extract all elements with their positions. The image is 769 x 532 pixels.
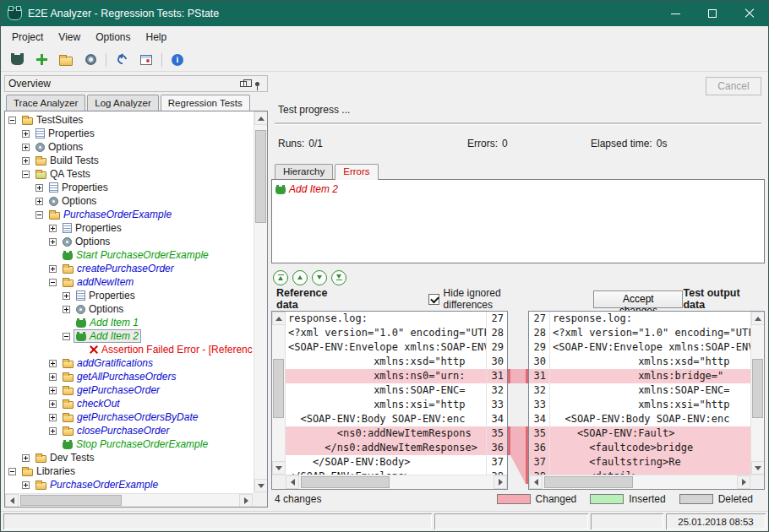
tree-item[interactable]: getPurchaseOrder <box>7 383 253 397</box>
tab-hierarchy[interactable]: Hierarchy <box>275 164 333 179</box>
diff-line[interactable]: <?xml version="1.0" encoding="UTF-28 <box>286 326 507 340</box>
expander-plus-icon[interactable] <box>49 387 57 394</box>
menu-project[interactable]: Project <box>4 28 51 46</box>
tree-item[interactable]: checkOut <box>7 397 253 410</box>
scroll-down-button[interactable] <box>751 461 765 475</box>
expander-minus-icon[interactable] <box>63 333 70 340</box>
scroll-right-button[interactable] <box>494 475 507 489</box>
expander-plus-icon[interactable] <box>49 225 57 232</box>
tree-item[interactable]: Properties <box>7 181 253 194</box>
expander-minus-icon[interactable] <box>35 211 43 219</box>
next-change-button[interactable] <box>312 270 327 285</box>
scroll-left-button[interactable] <box>529 475 543 489</box>
undo-button[interactable] <box>112 51 131 69</box>
tree-item[interactable]: Stop PurchaseOrderExample <box>7 437 253 451</box>
tree-vertical-scrollbar[interactable] <box>254 111 267 492</box>
report-button[interactable] <box>137 51 155 69</box>
scroll-down-button[interactable] <box>272 461 286 475</box>
cancel-button[interactable]: Cancel <box>706 77 761 95</box>
diff-line[interactable]: 31 xmlns:bridge=" <box>529 369 750 383</box>
diff-line[interactable]: <SOAP-ENV:Body SOAP-ENV:enc34 <box>286 412 507 426</box>
expander-plus-icon[interactable] <box>63 292 70 300</box>
expander-plus-icon[interactable] <box>49 414 57 421</box>
reference-horizontal-scrollbar[interactable] <box>286 475 507 489</box>
tree-item[interactable]: addNewItem <box>7 275 253 289</box>
error-list-item[interactable]: Add Item 2 <box>275 182 761 196</box>
tree-item[interactable]: Libraries <box>7 464 253 478</box>
expander-plus-icon[interactable] <box>49 238 57 246</box>
tree-item[interactable]: closePurchaseOrder <box>7 424 253 437</box>
scrollbar-thumb[interactable] <box>255 130 266 223</box>
tree-item[interactable]: TestSuites <box>7 113 253 127</box>
expander-minus-icon[interactable] <box>49 279 57 286</box>
scrollbar-thumb[interactable] <box>301 476 390 488</box>
float-panel-button[interactable] <box>237 78 250 90</box>
tree-item[interactable]: PurchaseOrderExample <box>7 208 253 221</box>
expander-plus-icon[interactable] <box>22 130 30 138</box>
pin-panel-button[interactable] <box>250 78 264 90</box>
diff-line[interactable]: 28<?xml version="1.0" encoding="UTF- <box>529 326 750 340</box>
tree-item[interactable]: createPurchaseOrder <box>7 262 253 275</box>
tree-item[interactable]: Add Item 1 <box>7 316 253 329</box>
tree-item[interactable]: PurchaseOrderExample <box>7 478 253 491</box>
diff-line[interactable]: 35 <SOAP-ENV:Fault> <box>529 426 750 441</box>
diff-line[interactable]: 30 xmlns:xsd="http <box>529 355 750 369</box>
expander-plus-icon[interactable] <box>63 306 70 313</box>
diff-line[interactable]: <ns0:addNewItemRespons35 <box>286 426 507 441</box>
tree-horizontal-scrollbar[interactable] <box>5 493 253 507</box>
expander-plus-icon[interactable] <box>49 427 57 435</box>
minimize-button[interactable] <box>657 1 694 26</box>
expander-plus-icon[interactable] <box>22 144 30 151</box>
expander-plus-icon[interactable] <box>22 454 30 462</box>
expander-plus-icon[interactable] <box>49 360 57 367</box>
add-button[interactable] <box>32 51 51 69</box>
diff-line[interactable]: 34 <SOAP-ENV:Body SOAP-ENV:enc <box>529 412 750 426</box>
tree-item[interactable]: Properties <box>7 221 253 235</box>
output-horizontal-scrollbar[interactable] <box>529 475 750 489</box>
close-button[interactable] <box>731 1 768 26</box>
scroll-up-button[interactable] <box>751 312 765 325</box>
tree-item[interactable]: Add Item 2 <box>7 329 253 343</box>
tree-item[interactable]: getAllPurchaseOrders <box>7 370 253 383</box>
reference-vertical-scrollbar[interactable] <box>272 312 286 475</box>
menu-help[interactable]: Help <box>139 28 175 46</box>
maximize-button[interactable] <box>694 1 731 26</box>
info-button[interactable]: i <box>168 51 187 69</box>
scrollbar-thumb[interactable] <box>20 495 122 506</box>
tree-item[interactable]: Options <box>7 302 253 316</box>
scroll-left-button[interactable] <box>5 494 19 508</box>
output-vertical-scrollbar[interactable] <box>750 312 764 475</box>
tree-item[interactable]: Options <box>7 235 253 248</box>
diff-line[interactable]: </SOAP-ENV:Body>37 <box>286 455 507 470</box>
expander-plus-icon[interactable] <box>35 184 43 192</box>
tab-errors[interactable]: Errors <box>335 164 378 180</box>
accept-changes-button[interactable]: Accept changes <box>593 290 683 308</box>
expander-plus-icon[interactable] <box>49 400 57 408</box>
expander-plus-icon[interactable] <box>49 265 57 273</box>
diff-line[interactable]: 33 xmlns:xsi="http <box>529 398 750 412</box>
tree-item[interactable]: Options <box>7 140 253 154</box>
expander-minus-icon[interactable] <box>22 171 30 178</box>
diff-line[interactable]: <SOAP-ENV:Envelope xmlns:SOAP-ENV=29 <box>286 340 507 355</box>
diff-line[interactable]: </ns0:addNewItemResponse>36 <box>286 441 507 455</box>
expander-minus-icon[interactable] <box>8 117 16 124</box>
expander-plus-icon[interactable] <box>49 373 57 381</box>
diff-line[interactable]: response.log:27 <box>286 312 507 326</box>
diff-line[interactable]: 29<SOAP-ENV:Envelope xmlns:SOAP-ENV= <box>529 340 750 355</box>
settings-button[interactable] <box>81 51 100 69</box>
scrollbar-thumb[interactable] <box>273 359 284 418</box>
diff-line[interactable]: xmlns:xsi="http33 <box>286 398 507 412</box>
previous-change-button[interactable] <box>292 270 308 285</box>
analyzer-logo-button[interactable] <box>8 51 26 69</box>
tree-item[interactable]: Dev Tests <box>7 451 253 464</box>
tree-item[interactable]: QA Tests <box>7 167 253 181</box>
diff-line[interactable]: 27response.log: <box>529 312 750 326</box>
scroll-right-button[interactable] <box>239 494 253 508</box>
scrollbar-thumb[interactable] <box>752 359 763 418</box>
expander-plus-icon[interactable] <box>22 157 30 165</box>
expander-minus-icon[interactable] <box>8 468 16 475</box>
expander-plus-icon[interactable] <box>35 198 43 205</box>
scroll-right-button[interactable] <box>737 475 750 489</box>
tab-log-analyzer[interactable]: Log Analyzer <box>87 95 159 111</box>
tree-item[interactable]: Start PurchaseOrderExample <box>7 248 253 262</box>
